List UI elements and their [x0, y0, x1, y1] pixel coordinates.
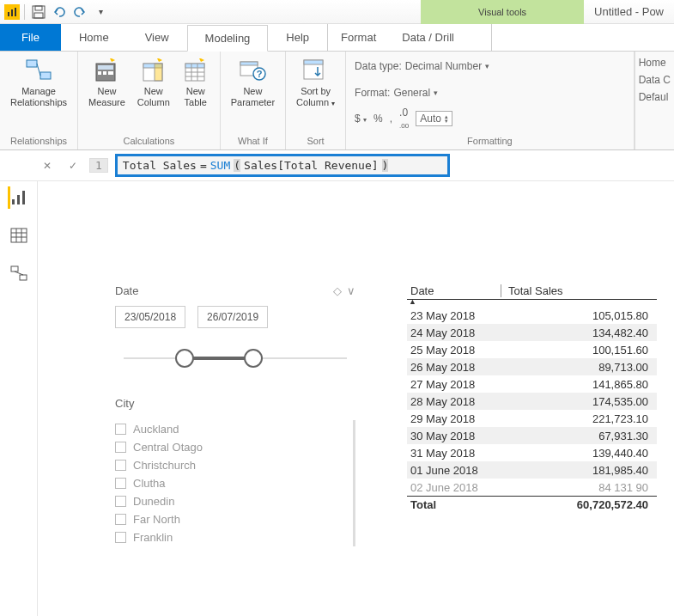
table-icon: [182, 57, 209, 84]
table-header-sales[interactable]: Total Sales: [501, 284, 657, 297]
parameter-icon: ?: [239, 57, 266, 84]
undo-icon[interactable]: [50, 3, 69, 21]
chevron-down-icon[interactable]: ▾: [434, 88, 438, 97]
svg-rect-10: [98, 65, 113, 70]
tab-format[interactable]: Format: [328, 24, 389, 51]
decimal-places-spinner[interactable]: Auto ▴▾: [416, 111, 452, 126]
new-measure-label: NewMeasure: [88, 86, 125, 108]
svg-rect-30: [17, 195, 20, 204]
city-item[interactable]: Dunedin: [115, 492, 344, 510]
new-table-button[interactable]: NewTable: [179, 55, 213, 110]
table-row[interactable]: 23 May 2018105,015.80: [407, 307, 657, 324]
qat-customize-icon[interactable]: ▾: [91, 3, 110, 21]
report-view-button[interactable]: [8, 186, 30, 209]
eraser-icon[interactable]: ◇: [333, 284, 342, 297]
formula-input[interactable]: Total Sales = SUM( Sales[Total Revenue] …: [115, 154, 450, 177]
format-value[interactable]: General: [393, 87, 430, 99]
table-header-date-label: Date: [410, 284, 434, 297]
manage-relationships-button[interactable]: ManageRelationships: [7, 55, 70, 110]
checkbox-icon[interactable]: [115, 496, 126, 507]
city-item[interactable]: Central Otago: [115, 438, 344, 456]
sort-ascending-icon: ▲: [409, 297, 416, 306]
svg-rect-1: [11, 9, 13, 16]
date-slider[interactable]: [124, 345, 347, 371]
cancel-formula-icon[interactable]: ✕: [38, 156, 57, 175]
formula-argument: Sales[Total Revenue]: [244, 159, 379, 172]
slider-handle-start[interactable]: [175, 349, 194, 368]
formula-line-number: 1: [89, 158, 108, 173]
table-cell-sales: 84 131 90: [501, 481, 657, 494]
tab-view[interactable]: View: [127, 24, 187, 51]
chevron-down-icon[interactable]: ∨: [347, 284, 355, 297]
table-cell-sales: 221,723.10: [501, 412, 657, 425]
thousands-button[interactable]: ,: [390, 113, 392, 125]
percent-button[interactable]: %: [373, 113, 383, 125]
checkbox-icon[interactable]: [115, 478, 126, 489]
sort-by-column-button[interactable]: Sort byColumn ▾: [293, 55, 338, 110]
table-cell-sales: 134,482.40: [501, 326, 657, 339]
right-data-label: Data C: [639, 74, 671, 86]
commit-formula-icon[interactable]: ✓: [64, 156, 82, 175]
tab-data-drill[interactable]: Data / Drill: [389, 24, 467, 51]
table-total-value: 60,720,572.40: [501, 498, 657, 511]
table-cell-date: 27 May 2018: [407, 378, 501, 391]
table-total-row: Total 60,720,572.40: [407, 496, 657, 511]
table-cell-date: 26 May 2018: [407, 361, 501, 374]
new-measure-button[interactable]: NewMeasure: [85, 55, 129, 110]
table-cell-date: 02 June 2018: [407, 481, 501, 494]
sort-icon: [302, 57, 330, 84]
save-icon[interactable]: [29, 3, 48, 21]
table-row[interactable]: 28 May 2018174,535.00: [407, 393, 657, 410]
table-row[interactable]: 25 May 2018100,151.60: [407, 341, 657, 358]
date-slicer-visual[interactable]: Date ◇ ∨ 23/05/2018 26/07/2019 City Auck…: [115, 284, 355, 616]
tab-file[interactable]: File: [0, 24, 61, 51]
ribbon-group-formatting: Data type: Decimal Number ▾ Format: Gene…: [346, 52, 635, 149]
table-row[interactable]: 30 May 201867,931.30: [407, 427, 657, 444]
new-column-button[interactable]: NewColumn: [134, 55, 173, 110]
manage-relationships-label: ManageRelationships: [10, 86, 67, 108]
tab-help[interactable]: Help: [268, 24, 327, 51]
sales-table-visual[interactable]: Date ▲ Total Sales 23 May 2018105,015.80…: [407, 284, 657, 616]
data-view-button[interactable]: [8, 224, 30, 247]
city-item[interactable]: Franklin: [115, 528, 344, 546]
city-item[interactable]: Auckland: [115, 420, 344, 438]
tab-modeling[interactable]: Modeling: [187, 25, 269, 52]
new-parameter-button[interactable]: ? NewParameter: [228, 55, 278, 110]
column-icon: [140, 57, 167, 84]
table-row[interactable]: 26 May 201889,713.00: [407, 358, 657, 375]
currency-button[interactable]: $ ▾: [355, 113, 367, 125]
checkbox-icon[interactable]: [115, 514, 126, 525]
table-row[interactable]: 27 May 2018141,865.80: [407, 375, 657, 393]
ribbon-right-edge: Home Data C Defaul: [635, 52, 674, 149]
checkbox-icon[interactable]: [115, 532, 126, 543]
date-to-input[interactable]: 26/07/2019: [197, 306, 268, 328]
svg-rect-18: [185, 64, 204, 68]
checkbox-icon[interactable]: [115, 460, 126, 471]
ribbon-tabs: File Home View Modeling Help Format Data…: [0, 24, 674, 52]
table-header-date[interactable]: Date ▲: [407, 284, 501, 297]
svg-rect-28: [304, 60, 323, 64]
svg-rect-12: [103, 71, 106, 75]
chevron-down-icon[interactable]: ▾: [485, 62, 489, 70]
city-item[interactable]: Far North: [115, 510, 344, 528]
checkbox-icon[interactable]: [115, 424, 126, 435]
table-row[interactable]: 02 June 201884 131 90: [407, 479, 657, 496]
tab-home[interactable]: Home: [61, 24, 127, 51]
decimal-icon[interactable]: .0.00: [399, 107, 409, 131]
table-row[interactable]: 29 May 2018221,723.10: [407, 410, 657, 427]
data-type-value[interactable]: Decimal Number: [405, 60, 482, 72]
table-row[interactable]: 01 June 2018181,985.40: [407, 461, 657, 479]
table-row[interactable]: 24 May 2018134,482.40: [407, 324, 657, 341]
date-from-input[interactable]: 23/05/2018: [115, 306, 185, 328]
table-cell-date: 25 May 2018: [407, 344, 501, 357]
model-view-button[interactable]: [8, 262, 30, 284]
table-cell-sales: 100,151.60: [501, 344, 657, 357]
measure-icon: [93, 57, 120, 84]
formula-function: SUM: [210, 159, 230, 172]
checkbox-icon[interactable]: [115, 442, 126, 453]
redo-icon[interactable]: [70, 3, 89, 21]
slider-handle-end[interactable]: [244, 349, 263, 368]
table-row[interactable]: 31 May 2018139,440.40: [407, 444, 657, 461]
city-item[interactable]: Christchurch: [115, 456, 344, 474]
city-item[interactable]: Clutha: [115, 474, 344, 492]
